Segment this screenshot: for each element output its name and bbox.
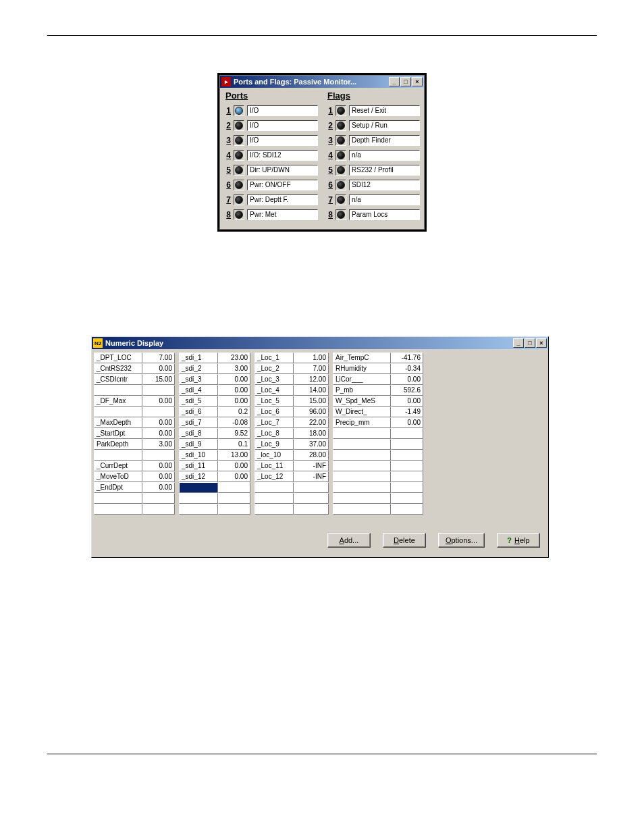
nd-value-cell[interactable] (218, 504, 250, 515)
nd-name-cell[interactable]: ParkDepth (94, 439, 142, 450)
port-number[interactable]: 8 (224, 210, 231, 219)
nd-value-cell[interactable] (142, 493, 175, 504)
flag-label-field[interactable]: Param Locs (349, 209, 420, 220)
nd-name-cell[interactable]: LiCor___ (333, 374, 391, 385)
nd-value-cell[interactable]: -0.34 (391, 363, 423, 374)
flag-label-field[interactable]: Reset / Exit (349, 105, 420, 116)
flag-number[interactable]: 2 (326, 121, 333, 130)
nd-value-cell[interactable]: 0.1 (218, 439, 250, 450)
nd-name-cell[interactable]: _sdi_5 (179, 396, 218, 407)
nd-minimize-button[interactable]: _ (513, 338, 524, 348)
flag-label-field[interactable]: Setup / Run (349, 120, 420, 131)
nd-name-cell[interactable] (333, 493, 391, 504)
nd-value-cell[interactable] (218, 493, 250, 504)
nd-value-cell[interactable]: 592.6 (391, 385, 423, 396)
nd-value-cell[interactable] (294, 493, 329, 504)
flag-number[interactable]: 5 (326, 165, 333, 175)
nd-name-cell[interactable]: _sdi_6 (179, 407, 218, 417)
nd-name-cell[interactable] (333, 504, 391, 515)
nd-value-cell[interactable] (391, 439, 423, 450)
flag-label-field[interactable]: RS232 / Profil (349, 165, 420, 176)
nd-name-cell[interactable] (333, 471, 391, 482)
nd-value-cell[interactable] (391, 428, 423, 439)
port-led[interactable] (234, 194, 244, 205)
port-label-field[interactable]: Pwr: ON/OFF (247, 180, 318, 190)
flag-led[interactable] (336, 120, 346, 131)
nd-value-cell[interactable]: 0.00 (142, 471, 175, 482)
port-led[interactable] (234, 120, 244, 131)
nd-name-cell[interactable] (333, 450, 391, 461)
nd-value-cell[interactable] (142, 504, 175, 515)
nd-value-cell[interactable]: 28.00 (294, 450, 329, 461)
flag-label-field[interactable]: n/a (349, 194, 420, 205)
nd-value-cell[interactable]: 7.00 (142, 353, 175, 363)
flag-number[interactable]: 6 (326, 180, 333, 190)
nd-name-cell[interactable]: _Loc_7 (254, 417, 294, 428)
flag-number[interactable]: 4 (326, 151, 333, 160)
nd-name-cell[interactable] (333, 461, 391, 471)
nd-name-cell[interactable]: P_mb (333, 385, 391, 396)
maximize-button[interactable]: □ (400, 77, 411, 86)
nd-value-cell[interactable]: 15.00 (142, 374, 175, 385)
nd-value-cell[interactable]: 14.00 (294, 385, 329, 396)
nd-name-cell[interactable]: _sdi_1 (179, 353, 218, 363)
port-led[interactable] (234, 135, 244, 146)
flag-number[interactable]: 1 (326, 106, 333, 115)
port-label-field[interactable]: I/O: SDI12 (247, 150, 318, 161)
port-number[interactable]: 5 (224, 165, 231, 175)
nd-name-cell[interactable]: Air_TempC (333, 353, 391, 363)
flag-number[interactable]: 3 (326, 136, 333, 145)
nd-value-cell[interactable]: 7.00 (294, 363, 329, 374)
port-label-field[interactable]: I/O (247, 105, 318, 116)
nd-value-cell[interactable]: 22.00 (294, 417, 329, 428)
nd-name-cell[interactable] (179, 504, 218, 515)
nd-name-cell[interactable] (179, 482, 218, 493)
nd-value-cell[interactable]: -1.49 (391, 407, 423, 417)
port-label-field[interactable]: I/O (247, 120, 318, 131)
flag-led[interactable] (336, 105, 346, 116)
flag-led[interactable] (336, 165, 346, 176)
port-label-field[interactable]: I/O (247, 135, 318, 146)
nd-value-cell[interactable] (391, 471, 423, 482)
nd-name-cell[interactable] (94, 493, 142, 504)
nd-value-cell[interactable]: -0.08 (218, 417, 250, 428)
nd-maximize-button[interactable]: □ (525, 338, 535, 348)
ports-flags-titlebar[interactable]: Ports and Flags: Passive Monitor... _ □ … (220, 76, 424, 88)
nd-name-cell[interactable] (94, 407, 142, 417)
nd-name-cell[interactable]: _Loc_8 (254, 428, 294, 439)
nd-name-cell[interactable] (333, 482, 391, 493)
flag-number[interactable]: 7 (326, 195, 333, 205)
nd-name-cell[interactable]: _sdi_4 (179, 385, 218, 396)
close-button[interactable]: × (412, 77, 423, 86)
nd-value-cell[interactable]: 0.2 (218, 407, 250, 417)
nd-name-cell[interactable]: _Loc_5 (254, 396, 294, 407)
nd-value-cell[interactable]: 0.00 (142, 417, 175, 428)
port-number[interactable]: 3 (224, 136, 231, 145)
nd-value-cell[interactable]: 23.00 (218, 353, 250, 363)
port-number[interactable]: 6 (224, 180, 231, 190)
nd-value-cell[interactable]: -INF (294, 471, 329, 482)
nd-name-cell[interactable]: _sdi_10 (179, 450, 218, 461)
nd-name-cell[interactable]: RHumidity (333, 363, 391, 374)
nd-name-cell[interactable]: _MaxDepth (94, 417, 142, 428)
nd-value-cell[interactable]: 3.00 (142, 439, 175, 450)
port-label-field[interactable]: Dir: UP/DWN (247, 165, 318, 176)
nd-value-cell[interactable]: 0.00 (391, 396, 423, 407)
port-number[interactable]: 1 (224, 106, 231, 115)
nd-value-cell[interactable]: 0.00 (218, 471, 250, 482)
port-led[interactable] (234, 209, 244, 220)
nd-name-cell[interactable] (254, 482, 294, 493)
nd-value-cell[interactable]: -41.76 (391, 353, 423, 363)
flag-label-field[interactable]: n/a (349, 150, 420, 161)
nd-name-cell[interactable] (94, 385, 142, 396)
nd-value-cell[interactable] (142, 407, 175, 417)
nd-name-cell[interactable]: _CSDIcntr (94, 374, 142, 385)
port-number[interactable]: 2 (224, 121, 231, 130)
nd-name-cell[interactable]: _loc_10 (254, 450, 294, 461)
nd-name-cell[interactable]: Precip_mm (333, 417, 391, 428)
port-led[interactable] (234, 180, 244, 190)
nd-value-cell[interactable]: 0.00 (218, 385, 250, 396)
nd-name-cell[interactable]: _sdi_7 (179, 417, 218, 428)
nd-value-cell[interactable]: 0.00 (142, 461, 175, 471)
port-number[interactable]: 4 (224, 151, 231, 160)
